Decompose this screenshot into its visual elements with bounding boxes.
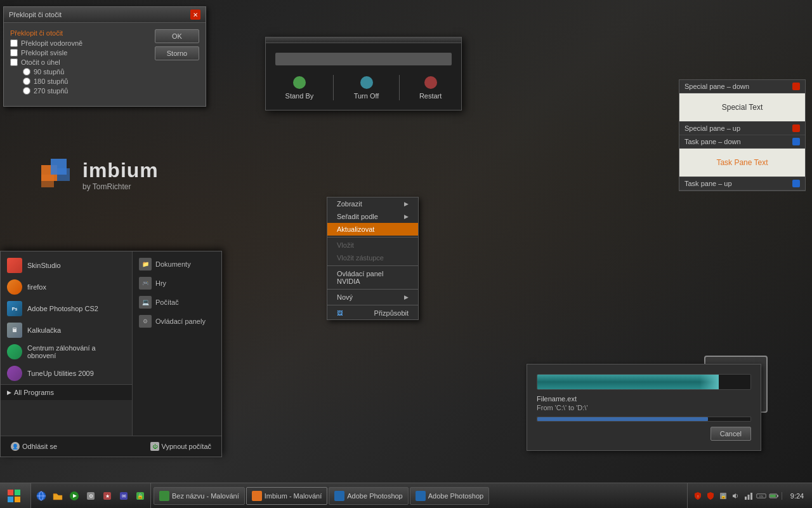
taskbar-ps1[interactable]: Adobe Photoshop <box>329 487 408 505</box>
svg-text:✉: ✉ <box>122 493 126 499</box>
special-pane-up-row: Special pane – up <box>679 122 805 135</box>
tray-network-icon[interactable] <box>743 491 754 501</box>
firefox-icon <box>7 279 22 295</box>
taskbar-paint[interactable]: Bez názvu - Malování <box>154 487 245 505</box>
special-pane-down-dot[interactable] <box>792 83 800 90</box>
ctx-nvidia[interactable]: Ovládací panel NVIDIA <box>327 267 418 288</box>
tray-keyboard-icon[interactable]: EN <box>756 491 766 501</box>
flip-dialog-title: Překlopit či otočit <box>9 11 62 18</box>
windows-logo <box>8 490 20 502</box>
games-label: Hry <box>155 279 166 287</box>
program-photoshop[interactable]: Ps Adobe Photoshop CS2 <box>1 298 132 319</box>
flip-horizontal-check[interactable] <box>10 39 18 47</box>
task-pane-down-dot[interactable] <box>792 138 800 145</box>
rotate-angle-check[interactable] <box>10 58 18 66</box>
ql-extra2-icon[interactable]: ★ <box>100 488 115 504</box>
ctx-zobrazit-label: Zobrazit <box>337 200 362 208</box>
flip-vertical-check[interactable] <box>10 49 18 57</box>
rotate-270[interactable]: 270 stupňů <box>23 87 148 95</box>
turnoff-option[interactable]: Turn Off <box>354 76 379 100</box>
svg-text:🔒: 🔒 <box>137 493 143 499</box>
program-firefox[interactable]: firefox <box>1 276 132 298</box>
svg-rect-25 <box>745 497 747 500</box>
right-control-panel[interactable]: ⚙ Ovládací panely <box>133 312 221 331</box>
games-icon: 🎮 <box>139 277 152 290</box>
right-games[interactable]: 🎮 Hry <box>133 274 221 293</box>
rotate-270-radio[interactable] <box>23 87 30 95</box>
ctx-zobrazit[interactable]: Zobrazit ▶ <box>327 197 418 210</box>
rotate-90[interactable]: 90 stupňů <box>23 68 148 76</box>
shutdown-icon: ⏻ <box>150 442 159 451</box>
svg-rect-32 <box>777 495 778 497</box>
all-programs-btn[interactable]: ▶ All Programs <box>1 384 132 400</box>
rotate-180[interactable]: 180 stupňů <box>23 77 148 85</box>
rotate-90-radio[interactable] <box>23 68 30 76</box>
flip-vertical[interactable]: Překlopit svisle <box>10 49 148 57</box>
progress-indicator-fill <box>537 417 708 421</box>
cancel-button[interactable]: Storno <box>155 46 199 60</box>
flip-dialog-close[interactable]: ✕ <box>190 10 200 20</box>
flip-horizontal[interactable]: Překlopit vodorovně <box>10 39 148 47</box>
special-pane-up-label: Special pane – up <box>684 124 792 132</box>
ql-extra1-icon[interactable]: ⚙ <box>83 488 98 504</box>
system-tray: ! 🔒 <box>687 483 812 508</box>
ql-ie-icon[interactable] <box>34 488 49 504</box>
flip-rotate-dialog: Překlopit či otočit ✕ Překlopit či otoči… <box>3 6 206 107</box>
svg-text:EN: EN <box>759 495 763 498</box>
ctx-aktualizovat[interactable]: Aktualizovat <box>327 223 418 236</box>
program-tuneup[interactable]: TuneUp Utilities 2009 <box>1 363 132 384</box>
imbium-label: Imbium - Malování <box>265 492 322 500</box>
ctx-seradit[interactable]: Seřadit podle ▶ <box>327 210 418 223</box>
ctx-seradit-label: Seřadit podle <box>337 213 378 220</box>
ql-folder-icon[interactable] <box>50 488 65 504</box>
rotate-angle[interactable]: Otočit o úhel <box>10 58 148 66</box>
tray-battery-icon[interactable] <box>769 491 779 501</box>
tray-firewall-icon[interactable]: 🔒 <box>718 491 728 501</box>
ql-extra4-icon[interactable]: 🔒 <box>133 488 148 504</box>
shutdown-options: Stand By Turn Off Restart <box>275 75 452 100</box>
program-calculator[interactable]: 🖩 Kalkulačka <box>1 319 132 341</box>
tray-security-icon[interactable]: ! <box>693 491 703 501</box>
flip-dialog-buttons: OK Storno <box>155 29 199 100</box>
right-documents[interactable]: 📁 Dokumenty <box>133 255 221 274</box>
imbium-logo: imbium by TomRichter <box>38 156 159 194</box>
progress-dialog: Filename.ext From 'C:\' to 'D:\' Cancel <box>527 364 761 451</box>
ctx-sep-1 <box>327 237 418 237</box>
logout-btn[interactable]: 👤 Odhlásit se <box>7 440 61 453</box>
flip-vertical-label: Překlopit svisle <box>21 49 67 57</box>
shutdown-btn[interactable]: ⏻ Vypnout počítač <box>147 440 215 453</box>
shutdown-separator-2 <box>399 75 400 100</box>
svg-text:🔒: 🔒 <box>721 493 726 499</box>
flip-dialog-body: Překlopit či otočit Překlopit vodorovně … <box>4 23 206 106</box>
program-backup[interactable]: Centrum zálohování a obnovení <box>1 341 132 363</box>
special-pane-up-dot[interactable] <box>792 124 800 132</box>
task-pane-up-dot[interactable] <box>792 180 800 187</box>
ctx-aktualizovat-label: Aktualizovat <box>337 225 374 233</box>
start-button[interactable] <box>0 483 31 508</box>
ctx-sep-4 <box>327 305 418 305</box>
ctx-vlozit-zastupce: Vložit zástupce <box>327 251 418 264</box>
ql-extra3-icon[interactable]: ✉ <box>116 488 131 504</box>
backup-icon <box>7 344 22 359</box>
ok-button[interactable]: OK <box>155 29 199 43</box>
ql-media-icon[interactable] <box>67 488 82 504</box>
progress-cancel-button[interactable]: Cancel <box>710 427 751 441</box>
ctx-sep-3 <box>327 289 418 290</box>
logo-q3 <box>8 497 13 502</box>
svg-text:★: ★ <box>105 493 110 499</box>
taskbar-ps2[interactable]: Adobe Photoshop <box>410 487 489 505</box>
tray-shield-icon[interactable] <box>705 491 716 501</box>
imbium-name: imbium <box>82 159 159 182</box>
special-pane-down-label: Special pane – down <box>684 83 792 90</box>
program-skinstudio[interactable]: SkinStudio <box>1 255 132 276</box>
tray-volume-icon[interactable] <box>731 491 741 501</box>
ctx-prizpusobit[interactable]: 🖼 Přizpůsobit <box>327 307 418 319</box>
logout-icon: 👤 <box>11 442 20 451</box>
ctx-novy[interactable]: Nový ▶ <box>327 291 418 304</box>
taskbar-imbium[interactable]: Imbium - Malování <box>246 487 327 505</box>
svg-rect-2 <box>41 175 54 187</box>
standby-option[interactable]: Stand By <box>285 76 314 100</box>
right-computer[interactable]: 💻 Počítač <box>133 293 221 312</box>
restart-option[interactable]: Restart <box>419 76 442 100</box>
rotate-180-radio[interactable] <box>23 77 30 85</box>
